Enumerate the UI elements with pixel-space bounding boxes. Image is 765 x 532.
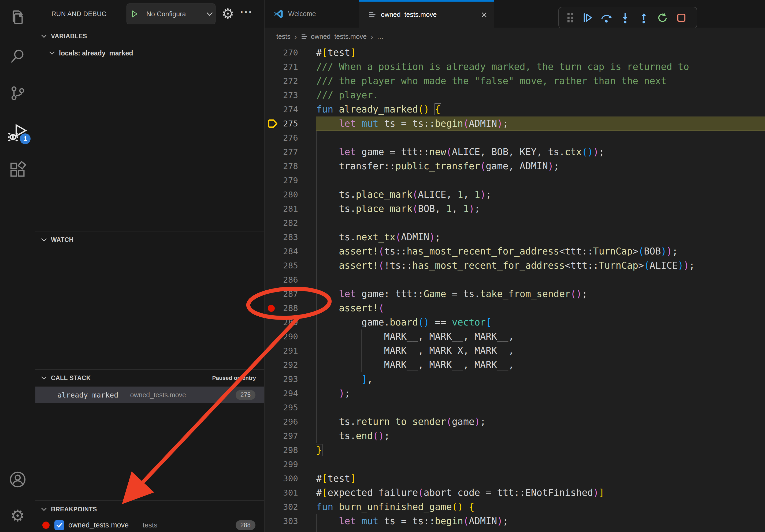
- breakpoint-gutter[interactable]: [265, 216, 279, 230]
- breakpoint-file-name: owned_tests.move: [68, 521, 129, 529]
- code-text: #[test]: [316, 46, 765, 60]
- chevron-down-icon: [41, 376, 47, 380]
- breakpoint-gutter[interactable]: [265, 415, 279, 429]
- start-debug-play-icon[interactable]: [127, 4, 142, 24]
- breakpoint-gutter[interactable]: [265, 102, 279, 117]
- code-text: /// When a position is already marked, t…: [316, 60, 765, 74]
- source-control-icon[interactable]: [0, 80, 35, 107]
- code-text: assert!(!ts::has_most_recent_for_address…: [316, 258, 765, 273]
- line-number: 280: [279, 187, 298, 202]
- breakpoint-gutter[interactable]: [265, 117, 279, 131]
- breakpoint-gutter[interactable]: [265, 88, 279, 102]
- breakpoint-gutter[interactable]: [265, 244, 279, 258]
- breakpoint-gutter[interactable]: [265, 457, 279, 471]
- tab-welcome[interactable]: Welcome: [265, 0, 359, 28]
- configuration-dropdown-label[interactable]: No Configura: [142, 10, 204, 18]
- chevron-down-icon: [49, 51, 55, 55]
- variables-section-header[interactable]: VARIABLES: [35, 30, 264, 43]
- stop-icon[interactable]: [672, 10, 691, 26]
- frame-file-name: owned_tests.move: [130, 391, 186, 399]
- breakpoint-gutter[interactable]: [265, 400, 279, 415]
- variables-locals-scope[interactable]: locals: already_marked: [35, 46, 264, 60]
- breakpoint-gutter[interactable]: [265, 145, 279, 159]
- tab-owned-tests-move[interactable]: owned_tests.move: [359, 0, 494, 28]
- breakpoint-gutter[interactable]: [265, 258, 279, 273]
- breakpoint-gutter[interactable]: [265, 386, 279, 400]
- debug-settings-gear-icon[interactable]: ⚙: [220, 5, 236, 22]
- step-over-icon[interactable]: [597, 10, 616, 26]
- close-icon[interactable]: [480, 11, 487, 18]
- breadcrumb-file[interactable]: owned_tests.move: [311, 33, 367, 40]
- code-text: MARK__, MARK__, MARK__,: [316, 358, 765, 372]
- settings-gear-icon[interactable]: ⚙: [0, 502, 35, 529]
- line-number: 294: [279, 386, 298, 400]
- breakpoint-gutter[interactable]: [265, 187, 279, 202]
- breakpoint-gutter[interactable]: [265, 500, 279, 514]
- breakpoint-list-item[interactable]: owned_tests.move tests 288: [35, 518, 264, 532]
- breakpoint-gutter[interactable]: [265, 528, 279, 532]
- continue-icon[interactable]: [578, 10, 597, 26]
- breakpoint-gutter[interactable]: [265, 429, 279, 443]
- line-number: 282: [279, 216, 298, 230]
- breakpoint-gutter[interactable]: [265, 443, 279, 457]
- toolbar-drag-handle[interactable]: [563, 10, 578, 26]
- line-number: 291: [279, 344, 298, 358]
- breakpoint-gutter[interactable]: [265, 287, 279, 301]
- more-actions-icon[interactable]: ···: [239, 4, 255, 20]
- code-line: 286: [265, 273, 765, 287]
- search-icon[interactable]: [0, 43, 35, 70]
- code-text: ts.place_mark(BOB, 1, 1);: [316, 202, 765, 216]
- code-text: [316, 528, 765, 532]
- stack-frame-row[interactable]: already_marked owned_tests.move 275: [35, 387, 264, 403]
- breakpoint-gutter[interactable]: [265, 486, 279, 500]
- watch-section-header[interactable]: WATCH: [35, 233, 264, 246]
- breakpoint-gutter[interactable]: [265, 301, 279, 315]
- code-line: 284 assert!(ts::has_most_recent_for_addr…: [265, 244, 765, 258]
- breakpoint-gutter[interactable]: [265, 230, 279, 244]
- code-editor[interactable]: 270#[test]271/// When a position is alre…: [265, 46, 765, 532]
- breakpoint-gutter[interactable]: [265, 74, 279, 88]
- breakpoint-gutter[interactable]: [265, 471, 279, 486]
- restart-icon[interactable]: [653, 10, 672, 26]
- variables-label: VARIABLES: [51, 33, 87, 40]
- breakpoint-gutter[interactable]: [265, 372, 279, 386]
- code-text: ts.place_mark(ALICE, 1, 1);: [316, 187, 765, 202]
- breakpoint-gutter[interactable]: [265, 315, 279, 330]
- breakpoint-gutter[interactable]: [265, 514, 279, 528]
- breakpoints-section-header[interactable]: BREAKPOINTS: [35, 502, 264, 516]
- breakpoint-gutter[interactable]: [265, 159, 279, 173]
- code-text: [316, 131, 765, 145]
- step-out-icon[interactable]: [634, 10, 653, 26]
- breakpoint-gutter[interactable]: [265, 173, 279, 187]
- breakpoint-gutter[interactable]: [265, 358, 279, 372]
- breakpoint-enabled-checkbox[interactable]: [54, 520, 64, 530]
- code-text: let game = ttt::new(ALICE, BOB, KEY, ts.…: [316, 145, 765, 159]
- line-number: 284: [279, 244, 298, 258]
- line-number: 274: [279, 102, 298, 117]
- breadcrumb-folder[interactable]: tests: [276, 33, 291, 40]
- code-text: fun already_marked() {: [316, 102, 765, 117]
- code-line: 282: [265, 216, 765, 230]
- breakpoint-gutter[interactable]: [265, 131, 279, 145]
- launch-configuration-control[interactable]: No Configura: [127, 3, 216, 24]
- extensions-icon[interactable]: [0, 156, 35, 183]
- line-number: 304: [279, 528, 298, 532]
- tab-label: Welcome: [288, 10, 316, 18]
- indent-guide: [316, 131, 317, 443]
- explorer-icon[interactable]: [0, 4, 35, 31]
- breakpoint-gutter[interactable]: [265, 60, 279, 74]
- step-into-icon[interactable]: [616, 10, 634, 26]
- chevron-down-icon: [204, 12, 215, 16]
- breakpoint-gutter[interactable]: [265, 46, 279, 60]
- breadcrumb-symbol[interactable]: …: [377, 33, 383, 40]
- code-line: 275 let mut ts = ts::begin(ADMIN);: [265, 117, 765, 131]
- code-line: 292 MARK__, MARK__, MARK__,: [265, 358, 765, 372]
- breakpoint-gutter[interactable]: [265, 330, 279, 344]
- code-line: 295: [265, 400, 765, 415]
- breakpoint-gutter[interactable]: [265, 344, 279, 358]
- line-number: 286: [279, 273, 298, 287]
- breakpoint-gutter[interactable]: [265, 202, 279, 216]
- run-and-debug-icon[interactable]: 1: [0, 119, 35, 146]
- account-icon[interactable]: [0, 466, 35, 493]
- breakpoint-gutter[interactable]: [265, 273, 279, 287]
